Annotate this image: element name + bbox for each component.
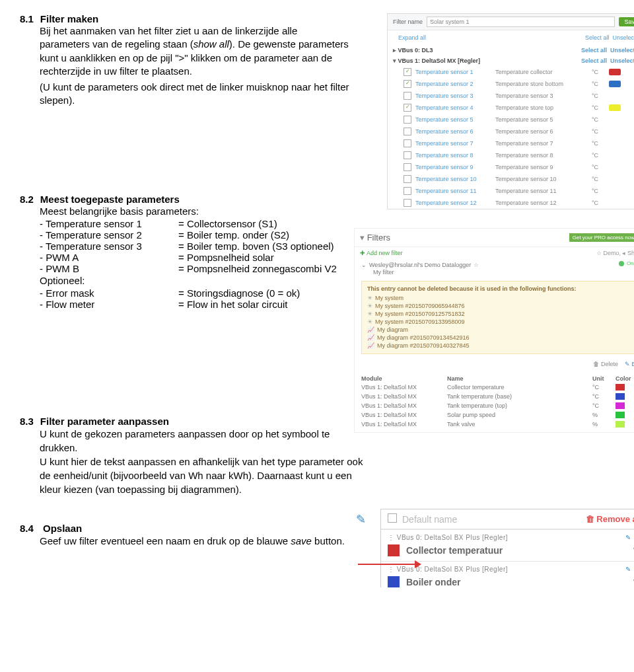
- trash-icon: 🗑: [586, 514, 594, 524]
- param-list-row[interactable]: Temperature sensor 5Temperature sensor 5…: [388, 114, 634, 126]
- unselect-all-link[interactable]: Unselect all: [612, 34, 634, 41]
- section-sub: Meest belangrijke basis parameters:: [40, 205, 350, 218]
- param-list-row[interactable]: Temperature sensor 6Temperature sensor 6…: [388, 126, 634, 137]
- cell-name: Tank valve: [447, 421, 592, 429]
- param-checkbox[interactable]: [404, 80, 411, 88]
- param-checkbox[interactable]: [404, 139, 411, 147]
- pro-badge[interactable]: Get your PRO access now…: [569, 233, 634, 242]
- param-name-link[interactable]: Temperature sensor 3: [415, 93, 491, 99]
- param-name-link[interactable]: Temperature sensor 9: [415, 164, 491, 170]
- param-name-link[interactable]: Temperature sensor 4: [415, 104, 491, 111]
- warning-entry[interactable]: ☀My system #20150709133958009: [367, 318, 634, 326]
- param-checkbox[interactable]: [404, 92, 411, 100]
- param-list-row[interactable]: Temperature sensor 9Temperature sensor 9…: [388, 161, 634, 173]
- cell-unit: %: [592, 421, 616, 429]
- breadcrumb-1[interactable]: Wesley@hrsolar.nl's Demo Datalogger: [369, 262, 471, 268]
- color-swatch[interactable]: [609, 140, 621, 147]
- filter-name-input[interactable]: [427, 17, 615, 27]
- pencil-icon[interactable]: ✎: [625, 566, 631, 573]
- color-swatch[interactable]: [388, 544, 400, 556]
- filter-table-row: VBus 1: DeltaSol MXTank valve%: [361, 420, 634, 429]
- pencil-icon[interactable]: ✎: [625, 534, 631, 541]
- chevron-right-icon[interactable]: ▸: [393, 47, 396, 54]
- color-swatch[interactable]: [609, 164, 621, 170]
- entry-icon: 📈: [367, 326, 374, 333]
- param-checkbox[interactable]: [404, 104, 411, 112]
- color-swatch[interactable]: [609, 152, 621, 159]
- save-button[interactable]: Save: [619, 17, 634, 26]
- edit-button[interactable]: ✎ Edit: [625, 361, 634, 367]
- param-list-row[interactable]: Temperature sensor 7Temperature sensor 7…: [388, 137, 634, 149]
- warning-entry[interactable]: 📈My diagram #20150709140327845: [367, 342, 634, 350]
- warning-entry[interactable]: 📈My diagram: [367, 326, 634, 334]
- color-swatch[interactable]: [609, 93, 621, 99]
- color-swatch[interactable]: [609, 104, 621, 111]
- param-checkbox[interactable]: [404, 163, 411, 171]
- color-swatch[interactable]: [609, 69, 621, 75]
- unselect-all-link[interactable]: Unselect all: [610, 57, 634, 64]
- demo-share-links[interactable]: ☆ Demo, ◂ Share: [596, 250, 634, 256]
- param-list-row[interactable]: Temperature sensor 1Temperature collecto…: [388, 66, 634, 78]
- delete-button[interactable]: 🗑 Delete: [593, 361, 618, 367]
- warning-entry[interactable]: ☀My system: [367, 294, 634, 302]
- param-list-row[interactable]: Temperature sensor 10Temperature sensor …: [388, 173, 634, 185]
- param-list-row[interactable]: Temperature sensor 12Temperature sensor …: [388, 197, 634, 209]
- default-name-checkbox[interactable]: [388, 513, 397, 523]
- param-unit: °C: [592, 140, 605, 147]
- group-title: ⋮ VBus 0: DeltaSol BX Plus [Regler]: [388, 566, 508, 573]
- col-module: Module: [361, 375, 447, 382]
- select-all-link[interactable]: Select all: [581, 57, 607, 64]
- param-list-row[interactable]: Temperature sensor 8Temperature sensor 8…: [388, 149, 634, 161]
- add-new-filter-link[interactable]: ✚ Add new filter: [360, 250, 403, 256]
- param-group: ⋮ VBus 0: DeltaSol BX Plus [Regler]✎🗑Col…: [381, 529, 634, 561]
- param-checkbox[interactable]: [404, 68, 411, 76]
- entry-icon: ☀: [367, 303, 372, 309]
- param-list-row[interactable]: Temperature sensor 2Temperature store bo…: [388, 78, 634, 90]
- param-name-link[interactable]: Temperature sensor 5: [415, 116, 491, 123]
- param-display-name: Collector temperatuur: [406, 545, 627, 556]
- param-checkbox[interactable]: [404, 151, 411, 159]
- param-name-link[interactable]: Temperature sensor 10: [415, 176, 491, 182]
- star-icon[interactable]: ☆: [474, 262, 479, 268]
- param-checkbox[interactable]: [404, 116, 411, 124]
- warning-entry[interactable]: ☀My system #20150709065944876: [367, 302, 634, 310]
- param-name-link[interactable]: Temperature sensor 7: [415, 140, 491, 147]
- param-desc: Temperature sensor 6: [495, 128, 588, 135]
- param-checkbox[interactable]: [404, 128, 411, 135]
- warning-entry[interactable]: ☀My system #20150709125751832: [367, 310, 634, 318]
- param-name-link[interactable]: Temperature sensor 2: [415, 81, 491, 87]
- param-name-link[interactable]: Temperature sensor 11: [415, 188, 491, 194]
- param-name-link[interactable]: Temperature sensor 1: [415, 69, 491, 75]
- select-all-link[interactable]: Select all: [585, 34, 610, 41]
- param-list-row[interactable]: Temperature sensor 11Temperature sensor …: [388, 185, 634, 197]
- param-checkbox[interactable]: [404, 175, 411, 183]
- color-swatch[interactable]: [609, 128, 621, 135]
- color-swatch[interactable]: [609, 116, 621, 123]
- select-all-link[interactable]: Select all: [581, 47, 607, 54]
- color-swatch[interactable]: [609, 176, 621, 182]
- param-checkbox[interactable]: [404, 187, 411, 195]
- vbus0-header[interactable]: VBus 0: DL3: [398, 47, 433, 54]
- param-list-row[interactable]: Temperature sensor 3Temperature sensor 3…: [388, 90, 634, 102]
- chevron-down-icon[interactable]: ⌄: [361, 262, 367, 268]
- param-desc: Temperature store top: [495, 104, 588, 111]
- param-name-link[interactable]: Temperature sensor 8: [415, 152, 491, 159]
- color-swatch[interactable]: [609, 81, 621, 87]
- param-name-link[interactable]: Temperature sensor 6: [415, 128, 491, 135]
- color-swatch[interactable]: [609, 200, 621, 206]
- vbus1-header[interactable]: VBus 1: DeltaSol MX [Regler]: [398, 57, 481, 64]
- color-swatch[interactable]: [609, 188, 621, 194]
- expand-all-link[interactable]: Expand all: [393, 32, 431, 43]
- chevron-down-icon[interactable]: ▾: [393, 57, 396, 64]
- warning-entry[interactable]: 📈My diagram #20150709134542916: [367, 334, 634, 342]
- cell-module: VBus 1: DeltaSol MX: [361, 421, 447, 429]
- breadcrumb-2[interactable]: My filter: [373, 269, 394, 276]
- param-unit: °C: [592, 200, 605, 206]
- color-swatch[interactable]: [388, 576, 400, 587]
- unselect-all-link[interactable]: Unselect all: [610, 47, 634, 54]
- param-list-row[interactable]: Temperature sensor 4Temperature store to…: [388, 102, 634, 114]
- remove-all-button[interactable]: 🗑Remove all: [586, 514, 634, 524]
- param-name-link[interactable]: Temperature sensor 12: [415, 200, 491, 206]
- param-checkbox[interactable]: [404, 199, 411, 207]
- section-body: Bij het aanmaken van het filter ziet u a…: [40, 24, 350, 108]
